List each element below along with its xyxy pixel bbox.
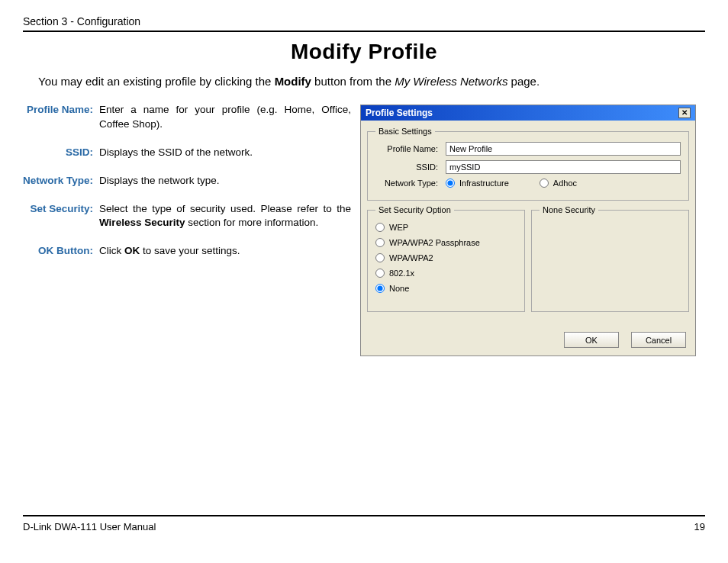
profile-settings-dialog: Profile Settings ✕ Basic Settings Profil… (360, 105, 696, 356)
radio-8021x[interactable]: 802.1x (375, 269, 517, 278)
footer-left: D-Link DWA-111 User Manual (23, 521, 156, 532)
def-label-ok-button: OK Button: (23, 244, 99, 259)
def-label-network-type: Network Type: (23, 174, 99, 188)
none-security-legend: None Security (540, 205, 598, 214)
page-title: Modify Profile (23, 40, 705, 64)
definitions-column: Profile Name: Enter a name for your prof… (23, 103, 351, 356)
radio-none-label: None (389, 284, 409, 293)
dialog-titlebar: Profile Settings ✕ (361, 105, 695, 121)
radio-none[interactable]: None (375, 284, 517, 293)
radio-8021x-input[interactable] (375, 269, 385, 278)
sec-pre: Select the type of security used. Please… (99, 203, 351, 214)
intro-italic: My Wireless Networks (395, 75, 507, 88)
label-profile-name: Profile Name: (375, 144, 446, 153)
def-text-ssid: Displays the SSID of the network. (99, 146, 351, 160)
intro-mid: button from the (311, 75, 395, 88)
radio-wep[interactable]: WEP (375, 223, 517, 232)
def-text-ok-button: Click OK to save your settings. (99, 244, 351, 259)
label-ssid: SSID: (375, 162, 446, 172)
footer-page-number: 19 (694, 521, 705, 532)
radio-8021x-label: 802.1x (389, 269, 414, 278)
ok-button[interactable]: OK (564, 332, 619, 348)
sec-post: section for more information. (185, 217, 318, 228)
radio-wpa-label: WPA/WPA2 (389, 253, 433, 262)
def-label-ssid: SSID: (23, 146, 99, 160)
ssid-input[interactable] (446, 160, 681, 174)
sec-bold: Wireless Security (99, 217, 185, 228)
radio-adhoc-label: Adhoc (553, 179, 577, 188)
security-option-fieldset: Set Security Option WEP WPA/WPA2 Passphr… (367, 205, 525, 312)
radio-wpa-passphrase[interactable]: WPA/WPA2 Passphrase (375, 238, 517, 247)
radio-infrastructure-label: Infrastructure (459, 179, 509, 188)
radio-wpa-pass-input[interactable] (375, 238, 385, 247)
def-text-profile-name: Enter a name for your profile (e.g. Home… (99, 103, 351, 132)
cancel-button[interactable]: Cancel (631, 332, 686, 348)
page-footer: D-Link DWA-111 User Manual 19 (23, 515, 705, 532)
intro-bold: Modify (275, 75, 311, 88)
radio-infrastructure[interactable]: Infrastructure (446, 179, 509, 188)
intro-text: You may edit an existing profile by clic… (38, 75, 705, 88)
radio-wep-input[interactable] (375, 223, 385, 232)
radio-infrastructure-input[interactable] (446, 179, 455, 188)
radio-adhoc-input[interactable] (540, 179, 549, 188)
close-icon[interactable]: ✕ (678, 108, 691, 118)
profile-name-input[interactable] (446, 142, 681, 156)
intro-pre: You may edit an existing profile by clic… (38, 75, 275, 88)
ok-bold: OK (124, 245, 140, 256)
radio-none-input[interactable] (375, 284, 385, 293)
def-label-set-security: Set Security: (23, 202, 99, 231)
none-security-fieldset: None Security (531, 205, 689, 312)
ok-post: to save your settings. (140, 245, 240, 256)
section-header: Section 3 - Configuration (23, 15, 705, 32)
basic-settings-fieldset: Basic Settings Profile Name: SSID: Netwo… (367, 127, 689, 201)
radio-wpa[interactable]: WPA/WPA2 (375, 253, 517, 262)
radio-wpa-input[interactable] (375, 253, 385, 262)
radio-adhoc[interactable]: Adhoc (540, 179, 577, 188)
radio-wpa-pass-label: WPA/WPA2 Passphrase (389, 238, 480, 247)
def-text-network-type: Displays the network type. (99, 174, 351, 188)
ok-pre: Click (99, 245, 124, 256)
security-option-legend: Set Security Option (375, 205, 454, 214)
basic-settings-legend: Basic Settings (375, 127, 435, 136)
radio-wep-label: WEP (389, 223, 408, 232)
def-text-set-security: Select the type of security used. Please… (99, 202, 351, 231)
intro-post: page. (507, 75, 540, 88)
def-label-profile-name: Profile Name: (23, 103, 99, 132)
dialog-title-text: Profile Settings (366, 108, 433, 118)
label-network-type: Network Type: (375, 179, 446, 188)
